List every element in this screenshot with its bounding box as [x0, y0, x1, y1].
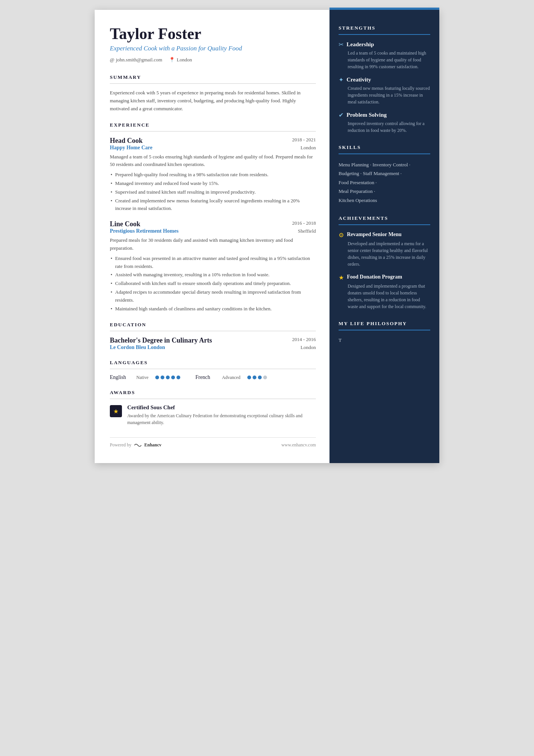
dot	[161, 376, 164, 379]
skill-item: Menu Planning · Inventory Control ·	[339, 162, 411, 167]
language-english: English Native	[110, 374, 180, 380]
star-achievement-icon: ★	[339, 274, 344, 281]
achievement-2-desc: Designed and implemented a program that …	[339, 283, 430, 310]
job-2-desc: Prepared meals for 30 residents daily an…	[110, 236, 316, 252]
summary-divider	[110, 83, 316, 84]
languages-divider	[110, 369, 316, 369]
job-1-company: Happy Home Care	[110, 145, 153, 151]
bullet-item: Adapted recipes to accommodate special d…	[110, 288, 316, 304]
award-title-1: Certified Sous Chef	[127, 404, 316, 411]
strength-creativity-title: Creativity	[347, 77, 371, 83]
edu-item-1: Bachelor's Degree in Culinary Arts 2014 …	[110, 337, 316, 351]
lang-level-english: Native	[136, 375, 148, 380]
edu-date: 2014 - 2016	[292, 337, 316, 344]
dot	[166, 376, 170, 379]
location-value: London	[176, 57, 192, 63]
philosophy-section: MY LIFE PHILOSOPHY T	[339, 321, 430, 344]
experience-divider	[110, 131, 316, 131]
right-column: STRENGTHS ✂ Leadership Led a team of 5 c…	[329, 10, 439, 463]
bullet-item: Assisted with managing inventory, result…	[110, 271, 316, 279]
footer-brand: Enhancv	[144, 442, 161, 448]
bullet-item: Maintained high standards of cleanliness…	[110, 305, 316, 313]
achievement-2-title: Food Donation Program	[347, 274, 402, 280]
strength-creativity: ✦ Creativity Created new menus featuring…	[339, 76, 430, 105]
strength-leadership-header: ✂ Leadership	[339, 41, 430, 48]
lang-dots-english	[155, 376, 180, 379]
skill-item: Kitchen Operations	[339, 197, 377, 203]
achievements-section: ACHIEVEMENTS ⚙ Revamped Senior Menu Deve…	[339, 215, 430, 310]
lang-level-french: Advanced	[222, 375, 240, 380]
skills-divider	[339, 153, 430, 154]
job-1: Head Cook 2018 - 2021 Happy Home Care Lo…	[110, 137, 316, 213]
edu-header: Bachelor's Degree in Culinary Arts 2014 …	[110, 337, 316, 344]
achievement-1: ⚙ Revamped Senior Menu Developed and imp…	[339, 231, 430, 268]
strength-ps-desc: Improved inventory control allowing for …	[339, 120, 430, 134]
email-icon: @	[110, 57, 114, 63]
achievement-1-title: Revamped Senior Menu	[347, 231, 401, 238]
dot	[247, 376, 251, 379]
edu-degree: Bachelor's Degree in Culinary Arts	[110, 337, 212, 344]
bullet-item: Supervised and trained kitchen staff res…	[110, 188, 316, 196]
lang-name-french: French	[195, 374, 218, 380]
resume-footer: Powered by Enhancv www.enhancv.com	[110, 437, 316, 448]
summary-text: Experienced cook with 5 years of experie…	[110, 89, 316, 113]
strength-ps-header: ✔ Problem Solving	[339, 111, 430, 119]
dot	[171, 376, 175, 379]
edu-row2: Le Cordon Bleu London London	[110, 344, 316, 351]
job-2-location: Sheffield	[298, 228, 316, 234]
bullet-item: Collaborated with kitchen staff to ensur…	[110, 280, 316, 288]
education-divider	[110, 331, 316, 331]
bullet-item: Managed inventory and reduced food waste…	[110, 180, 316, 188]
skills-title: SKILLS	[339, 144, 430, 150]
job-2-company-row: Prestigious Retirement Homes Sheffield	[110, 228, 316, 234]
achievement-1-desc: Developed and implemented a menu for a s…	[339, 240, 430, 268]
summary-title: SUMMARY	[110, 74, 316, 80]
strength-leadership: ✂ Leadership Led a team of 5 cooks and m…	[339, 41, 430, 70]
lang-dots-french	[247, 376, 267, 379]
experience-title: EXPERIENCE	[110, 122, 316, 128]
job-1-title: Head Cook	[110, 137, 143, 145]
job-1-location: London	[301, 145, 316, 151]
location-contact: 📍 London	[169, 57, 192, 63]
edu-location: London	[301, 344, 316, 351]
job-1-bullets: Prepared high-quality food resulting in …	[110, 171, 316, 213]
job-1-desc: Managed a team of 5 cooks ensuring high …	[110, 153, 316, 169]
trophy-icon: ⚙	[339, 232, 344, 239]
bullet-item: Prepared high-quality food resulting in …	[110, 171, 316, 179]
dot	[253, 376, 256, 379]
language-french: French Advanced	[195, 374, 267, 380]
skill-item: Meal Preparation ·	[339, 188, 375, 194]
header-contact: @ john.smith@gmail.com 📍 London	[110, 57, 316, 63]
philosophy-divider	[339, 330, 430, 330]
strengths-section: STRENGTHS ✂ Leadership Led a team of 5 c…	[339, 25, 430, 134]
candidate-subtitle: Experienced Cook with a Passion for Qual…	[110, 45, 316, 52]
bullet-item: Ensured food was presented in an attract…	[110, 255, 316, 271]
award-content: Certified Sous Chef Awarded by the Ameri…	[127, 404, 316, 426]
achievement-1-header: ⚙ Revamped Senior Menu	[339, 231, 430, 239]
philosophy-title: MY LIFE PHILOSOPHY	[339, 321, 430, 327]
strength-ps-title: Problem Solving	[347, 112, 387, 118]
skills-section: SKILLS Menu Planning · Inventory Control…	[339, 144, 430, 205]
strength-creativity-desc: Created new menus featuring locally sour…	[339, 85, 430, 105]
skill-item: Budgeting · Staff Management ·	[339, 171, 402, 176]
achievements-divider	[339, 224, 430, 225]
job-2-bullets: Ensured food was presented in an attract…	[110, 255, 316, 313]
candidate-name: Taylor Foster	[110, 25, 316, 42]
award-icon-1: ★	[110, 405, 122, 417]
strengths-title: STRENGTHS	[339, 25, 430, 31]
job-1-company-row: Happy Home Care London	[110, 145, 316, 151]
dot	[155, 376, 159, 379]
strength-problem-solving: ✔ Problem Solving Improved inventory con…	[339, 111, 430, 134]
achievements-title: ACHIEVEMENTS	[339, 215, 430, 221]
check-icon: ✔	[339, 111, 344, 119]
star-icon: ★	[113, 408, 119, 415]
job-2-company: Prestigious Retirement Homes	[110, 228, 178, 234]
email-contact: @ john.smith@gmail.com	[110, 57, 162, 63]
email-value: john.smith@gmail.com	[116, 57, 162, 63]
footer-url: www.enhancv.com	[281, 442, 316, 448]
awards-title: AWARDS	[110, 390, 316, 396]
philosophy-text: T	[339, 337, 430, 344]
edu-school: Le Cordon Bleu London	[110, 344, 165, 351]
award-desc-1: Awarded by the American Culinary Federat…	[127, 412, 316, 426]
skill-item: Food Presentation ·	[339, 180, 377, 185]
